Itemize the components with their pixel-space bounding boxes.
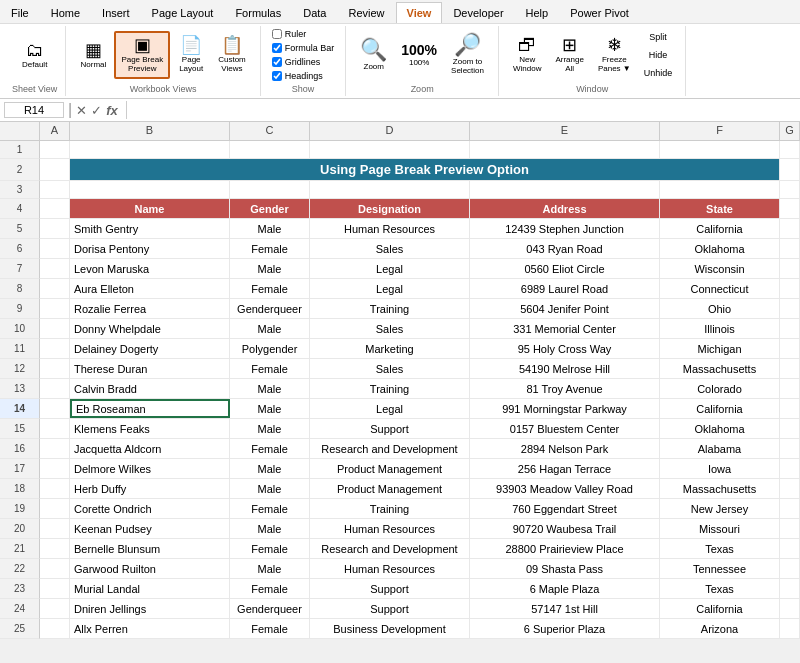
r22-address[interactable]: 09 Shasta Pass (470, 559, 660, 578)
zoom-to-selection-button[interactable]: 🔎 Zoom toSelection (445, 30, 490, 80)
r13-a[interactable] (40, 379, 70, 398)
tab-insert[interactable]: Insert (91, 2, 141, 23)
zoom-100-button[interactable]: 100% 100% (395, 39, 443, 72)
col-b[interactable]: B (70, 122, 230, 140)
header-designation[interactable]: Designation (310, 199, 470, 218)
r9-gender[interactable]: Genderqueer (230, 299, 310, 318)
r3-d[interactable] (310, 181, 470, 198)
col-d[interactable]: D (310, 122, 470, 140)
row-20[interactable]: 20 (0, 519, 40, 539)
r9-name[interactable]: Rozalie Ferrea (70, 299, 230, 318)
r14-gender[interactable]: Male (230, 399, 310, 418)
r10-designation[interactable]: Sales (310, 319, 470, 338)
r12-gender[interactable]: Female (230, 359, 310, 378)
zoom-button[interactable]: 🔍 Zoom (354, 35, 393, 76)
r15-state[interactable]: Oklahoma (660, 419, 780, 438)
r19-address[interactable]: 760 Eggendart Street (470, 499, 660, 518)
r15-name[interactable]: Klemens Feaks (70, 419, 230, 438)
r22-gender[interactable]: Male (230, 559, 310, 578)
r7-designation[interactable]: Legal (310, 259, 470, 278)
row-9[interactable]: 9 (0, 299, 40, 319)
ruler-checkbox[interactable] (272, 29, 282, 39)
r4-g[interactable] (780, 199, 800, 218)
tab-power-pivot[interactable]: Power Pivot (559, 2, 640, 23)
r23-state[interactable]: Texas (660, 579, 780, 598)
r21-a[interactable] (40, 539, 70, 558)
r6-gender[interactable]: Female (230, 239, 310, 258)
header-address[interactable]: Address (470, 199, 660, 218)
r3-c[interactable] (230, 181, 310, 198)
r16-address[interactable]: 2894 Nelson Park (470, 439, 660, 458)
row-19[interactable]: 19 (0, 499, 40, 519)
r16-g[interactable] (780, 439, 800, 458)
row-8[interactable]: 8 (0, 279, 40, 299)
r6-state[interactable]: Oklahoma (660, 239, 780, 258)
row-4[interactable]: 4 (0, 199, 40, 219)
r10-g[interactable] (780, 319, 800, 338)
r10-a[interactable] (40, 319, 70, 338)
tab-view[interactable]: View (396, 2, 443, 23)
spreadsheet-title-cell[interactable]: Using Page Break Preview Option (70, 159, 780, 180)
r25-designation[interactable]: Business Development (310, 619, 470, 638)
r7-a[interactable] (40, 259, 70, 278)
r3-a[interactable] (40, 181, 70, 198)
r18-designation[interactable]: Product Management (310, 479, 470, 498)
page-layout-button[interactable]: 📄 PageLayout (172, 32, 210, 78)
r23-gender[interactable]: Female (230, 579, 310, 598)
r20-a[interactable] (40, 519, 70, 538)
cell-reference-input[interactable] (4, 102, 64, 118)
r7-g[interactable] (780, 259, 800, 278)
r9-designation[interactable]: Training (310, 299, 470, 318)
insert-function-icon[interactable]: fx (106, 103, 118, 118)
cancel-formula-icon[interactable]: ✕ (76, 103, 87, 118)
r11-a[interactable] (40, 339, 70, 358)
tab-home[interactable]: Home (40, 2, 91, 23)
r18-name[interactable]: Herb Duffy (70, 479, 230, 498)
r22-state[interactable]: Tennessee (660, 559, 780, 578)
gridlines-checkbox-label[interactable]: Gridlines (269, 56, 324, 68)
r22-g[interactable] (780, 559, 800, 578)
r19-gender[interactable]: Female (230, 499, 310, 518)
row-5[interactable]: 5 (0, 219, 40, 239)
r20-state[interactable]: Missouri (660, 519, 780, 538)
r13-address[interactable]: 81 Troy Avenue (470, 379, 660, 398)
r13-designation[interactable]: Training (310, 379, 470, 398)
r6-address[interactable]: 043 Ryan Road (470, 239, 660, 258)
r25-a[interactable] (40, 619, 70, 638)
new-window-button[interactable]: 🗗 NewWindow (507, 32, 547, 78)
unhide-button[interactable]: Unhide (639, 65, 678, 81)
formula-bar-checkbox[interactable] (272, 43, 282, 53)
r14-a[interactable] (40, 399, 70, 418)
r10-gender[interactable]: Male (230, 319, 310, 338)
r16-gender[interactable]: Female (230, 439, 310, 458)
r23-name[interactable]: Murial Landal (70, 579, 230, 598)
row-3[interactable]: 3 (0, 181, 40, 199)
r5-gender[interactable]: Male (230, 219, 310, 238)
r17-address[interactable]: 256 Hagan Terrace (470, 459, 660, 478)
r8-address[interactable]: 6989 Laurel Road (470, 279, 660, 298)
tab-file[interactable]: File (0, 2, 40, 23)
r1-b[interactable] (70, 141, 230, 158)
r10-address[interactable]: 331 Memorial Center (470, 319, 660, 338)
row-11[interactable]: 11 (0, 339, 40, 359)
row-1[interactable]: 1 (0, 141, 40, 159)
r22-a[interactable] (40, 559, 70, 578)
r1-g[interactable] (780, 141, 800, 158)
r5-state[interactable]: California (660, 219, 780, 238)
row-15[interactable]: 15 (0, 419, 40, 439)
r10-state[interactable]: Illinois (660, 319, 780, 338)
r18-gender[interactable]: Male (230, 479, 310, 498)
r3-f[interactable] (660, 181, 780, 198)
r13-state[interactable]: Colorado (660, 379, 780, 398)
row-10[interactable]: 10 (0, 319, 40, 339)
col-e[interactable]: E (470, 122, 660, 140)
r18-address[interactable]: 93903 Meadow Valley Road (470, 479, 660, 498)
r12-designation[interactable]: Sales (310, 359, 470, 378)
r10-name[interactable]: Donny Whelpdale (70, 319, 230, 338)
r12-a[interactable] (40, 359, 70, 378)
r13-g[interactable] (780, 379, 800, 398)
r11-designation[interactable]: Marketing (310, 339, 470, 358)
r17-designation[interactable]: Product Management (310, 459, 470, 478)
r5-g[interactable] (780, 219, 800, 238)
normal-view-button[interactable]: ▦ Normal (74, 37, 112, 74)
